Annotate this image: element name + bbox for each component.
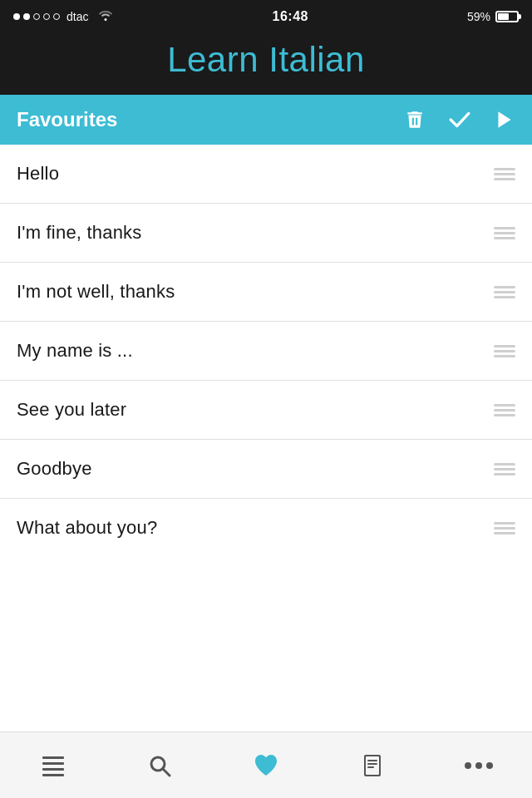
list-item[interactable]: My name is ... [0, 322, 532, 381]
list-item[interactable]: What about you? [0, 499, 532, 557]
status-left: dtac [13, 9, 113, 24]
tab-search[interactable] [106, 732, 213, 798]
svg-rect-11 [367, 766, 374, 768]
phrase-text: Hello [17, 163, 59, 185]
list-item[interactable]: I'm fine, thanks [0, 204, 532, 263]
trash-icon [404, 109, 426, 131]
favourites-toolbar: Favourites [0, 95, 532, 145]
phrase-list: Hello I'm fine, thanks I'm not well, tha… [0, 145, 532, 557]
svg-rect-2 [42, 762, 64, 765]
app-title: Learn Italian [0, 40, 532, 80]
drag-handle[interactable] [494, 522, 515, 534]
search-icon [147, 753, 172, 778]
tab-list[interactable] [0, 732, 106, 798]
title-bar: Learn Italian [0, 33, 532, 95]
battery-icon [495, 11, 519, 22]
drag-handle[interactable] [494, 286, 515, 298]
list-item[interactable]: I'm not well, thanks [0, 263, 532, 322]
phrase-text: What about you? [17, 517, 157, 539]
status-time: 16:48 [273, 9, 308, 24]
svg-rect-8 [366, 756, 379, 775]
svg-rect-4 [42, 774, 64, 776]
play-icon [494, 109, 515, 131]
signal-dot-4 [43, 13, 50, 20]
book-icon [360, 753, 385, 778]
signal-dot-1 [13, 13, 20, 20]
signal-dot-5 [53, 13, 60, 20]
battery-fill [498, 13, 509, 20]
more-icon [465, 762, 493, 769]
phrase-text: My name is ... [17, 340, 133, 362]
toolbar-title: Favourites [17, 108, 404, 131]
svg-rect-9 [367, 760, 377, 761]
phrase-text: Goodbye [17, 458, 92, 480]
list-item[interactable]: Goodbye [0, 440, 532, 499]
toolbar-actions [404, 109, 515, 131]
checkmark-icon [449, 109, 470, 131]
status-right: 59% [467, 10, 519, 23]
battery-percentage: 59% [467, 10, 490, 23]
svg-rect-1 [42, 756, 64, 759]
drag-handle[interactable] [494, 168, 515, 180]
heart-icon [253, 752, 279, 779]
tab-bar [0, 732, 532, 798]
carrier-name: dtac [66, 10, 88, 23]
drag-handle[interactable] [494, 463, 515, 475]
phrase-text: I'm not well, thanks [17, 281, 175, 303]
play-button[interactable] [494, 109, 515, 131]
svg-line-6 [163, 769, 170, 776]
signal-dots [13, 13, 60, 20]
list-icon [41, 753, 66, 778]
drag-handle[interactable] [494, 227, 515, 239]
phrase-text: I'm fine, thanks [17, 222, 141, 244]
phrase-text: See you later [17, 399, 126, 421]
svg-marker-0 [498, 111, 510, 128]
delete-button[interactable] [404, 109, 426, 131]
svg-rect-3 [42, 768, 64, 771]
drag-handle[interactable] [494, 345, 515, 357]
drag-handle[interactable] [494, 404, 515, 416]
list-item[interactable]: Hello [0, 145, 532, 204]
svg-rect-10 [367, 763, 377, 765]
tab-favourites[interactable] [213, 732, 319, 798]
wifi-icon [98, 9, 113, 24]
signal-dot-3 [33, 13, 40, 20]
tab-dictionary[interactable] [319, 732, 426, 798]
status-bar: dtac 16:48 59% [0, 0, 532, 33]
list-item[interactable]: See you later [0, 381, 532, 440]
signal-dot-2 [23, 13, 30, 20]
confirm-button[interactable] [449, 109, 470, 131]
tab-more[interactable] [426, 732, 532, 798]
